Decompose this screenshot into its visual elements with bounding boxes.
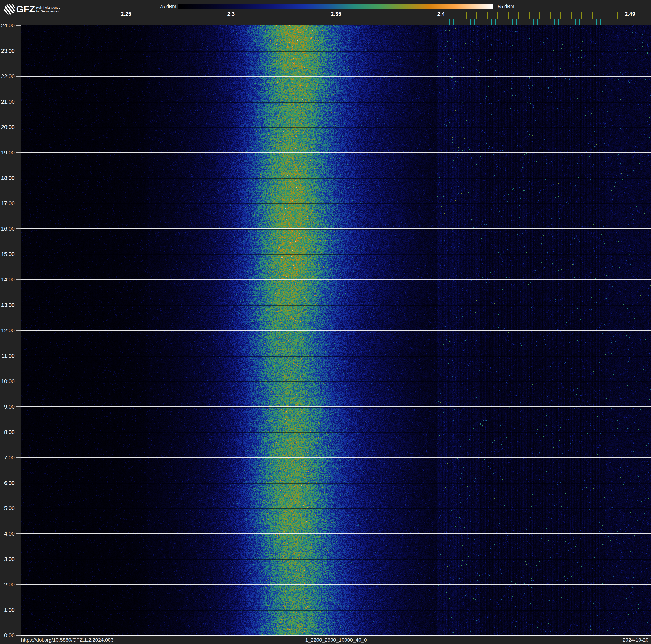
time-tick-mark — [16, 203, 21, 203]
time-tick-label: 24:00 — [0, 22, 15, 29]
freq-minor-tick — [273, 20, 273, 25]
freq-minor-tick — [168, 20, 168, 25]
time-tick-mark — [16, 51, 21, 51]
hour-gridline — [21, 584, 651, 585]
hour-gridline — [21, 508, 651, 508]
hour-gridline-gap — [21, 280, 651, 281]
ble-channel-tick — [517, 19, 517, 25]
ble-channel-tick — [483, 19, 483, 25]
time-tick-mark — [16, 533, 21, 534]
wifi-channel-tick — [497, 12, 498, 19]
freq-tick-label: 2.3 — [227, 11, 235, 17]
time-tick-label: 14:00 — [0, 276, 15, 283]
ble-channel-tick — [449, 19, 450, 25]
footer-date: 2024-10-20 — [623, 637, 649, 643]
freq-minor-tick — [147, 20, 147, 25]
hour-gridline-gap — [21, 407, 651, 408]
logo-subtitle-line2: for Geosciences — [36, 9, 59, 13]
freq-major-tick — [630, 17, 630, 25]
time-tick-label: 22:00 — [0, 73, 15, 80]
time-tick-mark — [16, 381, 21, 381]
wifi-channel-tick — [529, 12, 530, 19]
freq-minor-tick — [294, 20, 294, 25]
ble-channel-tick — [512, 19, 513, 25]
time-tick-label: 18:00 — [0, 175, 15, 181]
hour-gridline — [21, 432, 651, 432]
wifi-channel-tick — [592, 12, 593, 19]
time-tick-mark — [16, 457, 21, 458]
ble-channel-tick — [487, 19, 488, 25]
freq-axis-line — [21, 25, 651, 25]
time-tick-label: 8:00 — [0, 429, 15, 435]
ble-channel-tick — [558, 19, 559, 25]
hour-gridline-gap — [21, 585, 651, 585]
time-tick-mark — [16, 178, 21, 178]
ble-channel-tick — [563, 19, 563, 25]
time-tick-label: 17:00 — [0, 200, 15, 206]
wifi-channel-tick — [476, 12, 477, 19]
hour-gridline-gap — [21, 229, 651, 230]
freq-minor-tick — [315, 20, 315, 25]
time-tick-label: 13:00 — [0, 302, 15, 308]
ble-channel-tick — [454, 19, 454, 25]
ble-channel-tick — [588, 19, 588, 25]
time-tick-mark — [16, 254, 21, 254]
wifi-channel-tick — [539, 12, 540, 19]
logo-subtitle-line1: Helmholtz Centre — [36, 6, 60, 9]
time-tick-label: 9:00 — [0, 404, 15, 410]
hour-gridline-gap — [21, 559, 651, 560]
freq-minor-tick — [399, 20, 399, 25]
freq-minor-tick — [84, 20, 84, 25]
bottom-axis-line — [21, 635, 651, 636]
colorbar-min-label: -75 dBm — [158, 4, 176, 9]
hour-gridline — [21, 533, 651, 534]
wifi-channel-tick — [582, 12, 582, 19]
ble-channel-tick — [571, 19, 571, 25]
time-tick-mark — [16, 76, 21, 77]
time-tick-mark — [16, 305, 21, 305]
hour-gridline — [21, 457, 651, 458]
ble-channel-tick — [491, 19, 492, 25]
ble-channel-tick — [521, 19, 521, 25]
freq-minor-tick — [252, 20, 252, 25]
ble-channel-tick — [470, 19, 471, 25]
footer-dataset-label: 1_2200_2500_10000_40_0 — [305, 637, 367, 643]
hour-gridline-gap — [21, 153, 651, 153]
spectrogram-plot-area — [21, 25, 651, 635]
time-tick-label: 23:00 — [0, 48, 15, 54]
ble-channel-tick — [567, 19, 567, 25]
time-tick-mark — [16, 356, 21, 356]
time-tick-label: 20:00 — [0, 124, 15, 130]
wifi-channel-tick — [571, 12, 571, 19]
hour-gridline — [21, 229, 651, 229]
hour-gridline-gap — [21, 432, 651, 433]
ble-channel-tick — [604, 19, 605, 25]
hour-gridline-gap — [21, 508, 651, 509]
freq-minor-tick — [378, 20, 378, 25]
freq-major-tick — [336, 17, 336, 25]
ble-channel-tick — [533, 19, 534, 25]
ble-channel-tick — [596, 19, 597, 25]
ble-channel-tick — [609, 19, 609, 25]
ble-channel-tick — [508, 19, 508, 25]
footer-doi-link[interactable]: https://doi.org/10.5880/GFZ.1.2.2024.003 — [21, 637, 114, 643]
ble-channel-tick — [478, 19, 479, 25]
wifi-channel-tick — [560, 12, 561, 19]
hour-gridline — [21, 559, 651, 559]
freq-minor-tick — [189, 20, 189, 25]
time-tick-mark — [16, 508, 21, 508]
time-tick-mark — [16, 101, 21, 102]
time-tick-label: 3:00 — [0, 556, 15, 562]
hour-gridline-gap — [21, 305, 651, 306]
ble-channel-tick — [458, 19, 458, 25]
colorbar-gradient — [179, 4, 493, 9]
hour-gridline — [21, 483, 651, 483]
wifi-channel-tick — [487, 12, 488, 19]
hour-gridline — [21, 152, 651, 153]
time-tick-mark — [16, 330, 21, 331]
time-tick-mark — [16, 483, 21, 483]
ble-channel-tick — [550, 19, 550, 25]
wifi-channel-tick — [508, 12, 508, 19]
freq-tick-label: 2.35 — [331, 11, 341, 17]
time-tick-label: 4:00 — [0, 530, 15, 537]
